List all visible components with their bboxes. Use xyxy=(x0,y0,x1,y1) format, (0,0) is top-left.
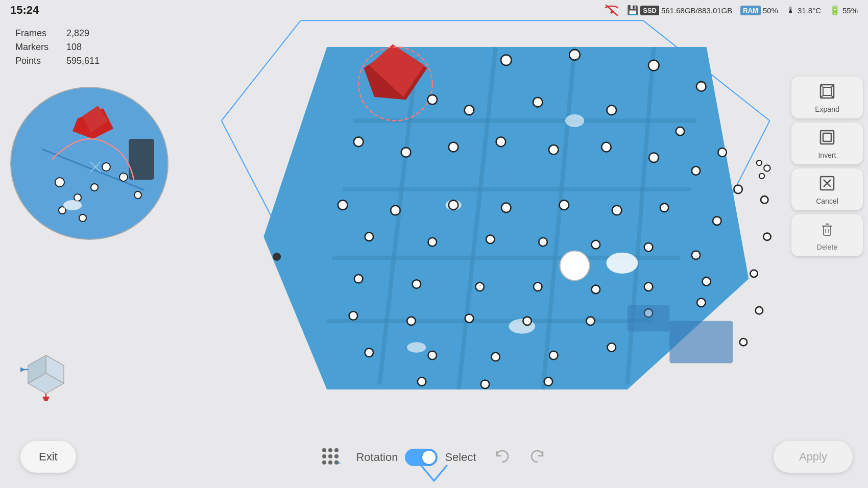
delete-button[interactable]: Delete xyxy=(791,214,863,256)
svg-point-95 xyxy=(697,298,706,307)
svg-point-55 xyxy=(718,148,727,157)
svg-point-74 xyxy=(428,238,437,247)
svg-point-79 xyxy=(692,251,701,260)
svg-point-62 xyxy=(649,153,659,162)
cancel-button[interactable]: Cancel xyxy=(791,168,863,210)
scatter-grid-icon[interactable] xyxy=(320,446,341,469)
cancel-icon xyxy=(819,176,835,194)
svg-point-93 xyxy=(586,317,595,326)
status-bar: 15:24 💾 SSD 561.68GB/883.01GB RAM 50% 🌡 … xyxy=(0,0,868,20)
svg-point-102 xyxy=(481,380,490,388)
battery-icon: 🔋 xyxy=(829,5,840,16)
expand-icon xyxy=(819,84,835,102)
delete-icon xyxy=(819,222,835,240)
svg-point-101 xyxy=(418,377,426,386)
svg-point-96 xyxy=(365,349,374,357)
markers-label: Markers xyxy=(15,42,56,53)
svg-point-67 xyxy=(449,200,459,210)
svg-point-91 xyxy=(465,314,474,323)
svg-point-72 xyxy=(713,216,721,225)
cube-widget xyxy=(20,345,71,396)
markers-value: 108 xyxy=(66,42,82,53)
battery-status: 🔋 55% xyxy=(829,5,858,16)
svg-point-107 xyxy=(740,338,747,346)
svg-point-10 xyxy=(134,191,141,199)
ram-label: RAM xyxy=(740,6,761,15)
minimap-svg xyxy=(11,88,168,240)
ram-status: RAM 50% xyxy=(740,6,778,15)
svg-point-89 xyxy=(349,311,358,320)
right-toolbar: Expand Invert Cancel xyxy=(791,77,863,256)
temp-value: 31.8°C xyxy=(798,6,821,15)
svg-point-60 xyxy=(549,145,559,155)
minimap xyxy=(10,87,168,240)
svg-point-85 xyxy=(592,285,600,294)
svg-point-92 xyxy=(523,317,532,326)
svg-point-9 xyxy=(119,173,128,181)
svg-point-50 xyxy=(427,95,437,105)
toggle-knob xyxy=(422,451,436,464)
svg-point-64 xyxy=(734,185,742,193)
delete-label: Delete xyxy=(817,243,837,251)
svg-point-51 xyxy=(465,106,474,115)
svg-rect-110 xyxy=(628,305,670,332)
svg-point-97 xyxy=(428,351,437,360)
svg-point-7 xyxy=(91,184,98,191)
svg-point-135 xyxy=(334,454,339,458)
svg-point-56 xyxy=(354,137,364,147)
svg-rect-115 xyxy=(823,87,831,95)
svg-point-49 xyxy=(696,82,706,91)
svg-point-131 xyxy=(328,448,332,452)
temp-icon: 🌡 xyxy=(786,5,795,16)
svg-point-84 xyxy=(534,282,542,291)
svg-point-106 xyxy=(756,307,763,314)
svg-point-54 xyxy=(676,127,685,136)
svg-point-81 xyxy=(354,275,363,283)
svg-point-86 xyxy=(644,282,653,291)
svg-point-71 xyxy=(660,204,669,212)
rotation-label: Rotation xyxy=(356,451,398,464)
svg-point-53 xyxy=(607,106,617,115)
svg-point-48 xyxy=(648,60,659,71)
svg-point-57 xyxy=(401,148,411,157)
svg-point-68 xyxy=(501,203,511,213)
undo-button[interactable] xyxy=(492,446,512,469)
svg-point-108 xyxy=(273,253,280,260)
svg-point-103 xyxy=(544,377,553,386)
temp-status: 🌡 31.8°C xyxy=(786,5,821,16)
expand-button[interactable]: Expand xyxy=(791,77,863,118)
battery-value: 55% xyxy=(842,6,858,15)
svg-rect-121 xyxy=(823,133,831,141)
svg-point-133 xyxy=(322,454,326,458)
ssd-icon: 💾 xyxy=(627,5,638,16)
status-right: 💾 SSD 561.68GB/883.01GB RAM 50% 🌡 31.8°C… xyxy=(605,5,858,16)
svg-point-87 xyxy=(702,277,711,286)
wifi-status xyxy=(605,5,619,16)
points-value: 595,611 xyxy=(66,56,100,66)
svg-point-83 xyxy=(475,282,484,291)
invert-button[interactable]: Invert xyxy=(791,123,863,164)
svg-point-90 xyxy=(407,317,416,326)
svg-point-136 xyxy=(322,460,326,465)
info-panel: Frames 2,829 Markers 108 Points 595,611 xyxy=(15,28,100,69)
svg-point-113 xyxy=(759,174,764,179)
svg-point-88 xyxy=(750,270,757,277)
rotation-toggle-area: Rotation Select xyxy=(356,449,476,466)
svg-point-47 xyxy=(569,50,580,60)
svg-point-76 xyxy=(539,238,547,247)
frames-label: Frames xyxy=(15,28,56,39)
svg-point-130 xyxy=(322,448,326,452)
svg-point-78 xyxy=(644,243,653,252)
svg-point-112 xyxy=(757,160,762,165)
pointcloud-svg xyxy=(184,15,786,437)
svg-point-80 xyxy=(560,251,590,281)
points-row: Points 595,611 xyxy=(15,56,100,66)
svg-point-61 xyxy=(601,142,611,152)
svg-rect-125 xyxy=(824,226,831,235)
redo-button[interactable] xyxy=(527,446,548,469)
expand-label: Expand xyxy=(815,105,839,113)
points-label: Points xyxy=(15,56,56,66)
svg-point-8 xyxy=(74,194,81,201)
svg-point-75 xyxy=(486,235,495,244)
bottom-chevron[interactable] xyxy=(419,463,449,488)
